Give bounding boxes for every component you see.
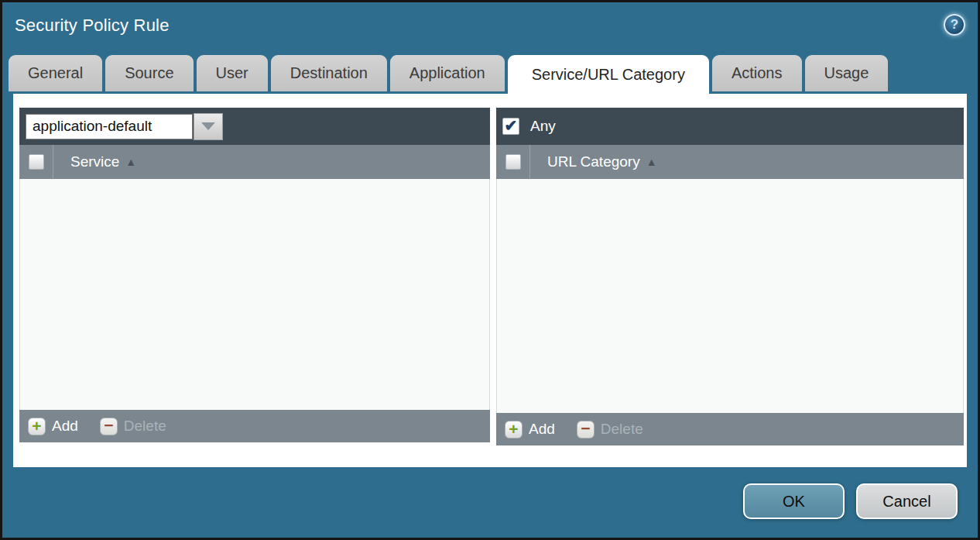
service-type-dropdown-button[interactable] (194, 113, 223, 140)
chevron-down-icon (201, 122, 215, 130)
tab-content-service-url-category: ✔ Service ▲ + Add − Delete (13, 94, 967, 467)
ok-button[interactable]: OK (743, 483, 845, 519)
service-add-button[interactable]: + Add (28, 418, 78, 435)
service-delete-label: Delete (124, 418, 166, 435)
add-icon: + (28, 418, 46, 435)
tab-general[interactable]: General (9, 55, 102, 91)
service-toolbar (19, 108, 490, 145)
service-delete-button[interactable]: − Delete (100, 418, 166, 435)
url-category-any-checkbox[interactable]: ✔ (502, 118, 519, 135)
page-title: Security Policy Rule (15, 15, 170, 36)
url-category-column-label[interactable]: URL Category (547, 153, 640, 170)
tab-actions[interactable]: Actions (712, 55, 802, 91)
url-category-footer: + Add − Delete (496, 413, 964, 445)
url-category-list (496, 179, 964, 413)
tab-bar: General Source User Destination Applicat… (9, 55, 971, 94)
delete-icon: − (100, 418, 118, 435)
url-category-delete-label: Delete (601, 421, 643, 438)
add-icon: + (505, 421, 523, 439)
help-icon[interactable]: ? (944, 14, 965, 36)
service-panel: ✔ Service ▲ + Add − Delete (19, 108, 490, 442)
url-category-toolbar: ✔ Any (496, 108, 964, 145)
delete-icon: − (577, 421, 595, 439)
help-icon-glyph: ? (951, 17, 958, 33)
tab-destination[interactable]: Destination (271, 55, 387, 91)
url-category-any-label: Any (530, 118, 556, 135)
url-category-select-all-cell: ✔ (496, 145, 530, 179)
url-category-column-header: ✔ URL Category ▲ (496, 145, 964, 179)
service-list (19, 179, 490, 410)
url-category-panel: ✔ Any ✔ URL Category ▲ + Add (496, 108, 964, 445)
url-category-add-button[interactable]: + Add (505, 421, 555, 439)
service-footer: + Add − Delete (19, 410, 490, 442)
service-column-label[interactable]: Service (70, 153, 119, 170)
service-select-all-checkbox[interactable]: ✔ (29, 154, 44, 170)
cancel-button[interactable]: Cancel (856, 483, 958, 519)
tab-application[interactable]: Application (390, 55, 505, 91)
service-add-label: Add (52, 418, 78, 435)
url-category-add-label: Add (529, 421, 555, 438)
url-category-select-all-checkbox[interactable]: ✔ (505, 154, 521, 170)
url-category-delete-button[interactable]: − Delete (577, 421, 643, 439)
service-type-input[interactable] (26, 114, 193, 139)
tab-source[interactable]: Source (105, 55, 193, 91)
sort-asc-icon[interactable]: ▲ (646, 156, 657, 168)
tab-user[interactable]: User (197, 55, 268, 91)
tab-service-url-category[interactable]: Service/URL Category (508, 55, 709, 94)
service-column-header: ✔ Service ▲ (19, 145, 490, 179)
dialog-action-bar: OK Cancel (743, 483, 958, 519)
sort-asc-icon[interactable]: ▲ (125, 156, 136, 168)
service-select-all-cell: ✔ (19, 145, 53, 179)
tab-usage[interactable]: Usage (805, 55, 889, 91)
security-policy-rule-dialog: Security Policy Rule ? General Source Us… (0, 0, 980, 540)
check-icon: ✔ (505, 118, 518, 133)
